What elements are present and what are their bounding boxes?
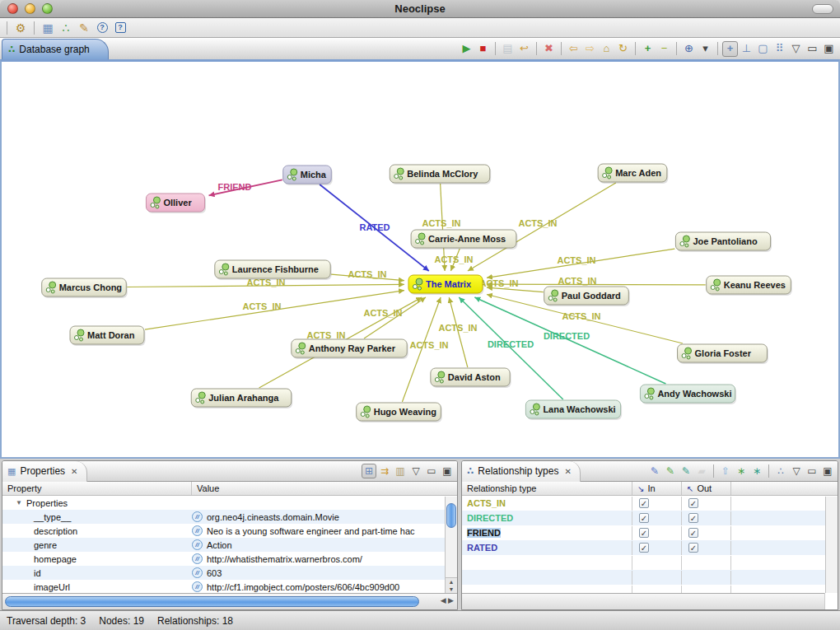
view-menu-icon[interactable]: ▽ [789, 464, 804, 478]
home-icon[interactable]: ⌂ [599, 41, 614, 57]
back-icon[interactable]: ⇦ [566, 41, 581, 57]
run-icon[interactable]: ▶ [459, 41, 474, 57]
column-header-value[interactable]: Value [192, 482, 457, 495]
stop-icon[interactable]: ■ [475, 41, 491, 57]
graph-node-marcus[interactable]: Marcus Chong [42, 278, 128, 298]
close-view-icon[interactable]: ✕ [71, 467, 77, 476]
graph-node-carrie[interactable]: Carrie-Anne Moss [411, 230, 517, 250]
graph-nodes-icon[interactable]: ∴ [58, 20, 74, 36]
zoom-dropdown-icon[interactable]: ▾ [698, 41, 713, 57]
tab-database-graph[interactable]: ∴ Database graph [2, 39, 109, 59]
minimize-view-icon[interactable]: ▭ [424, 464, 439, 478]
delete-icon[interactable]: ✖ [541, 41, 557, 57]
scrollbar-thumb[interactable] [5, 596, 419, 607]
property-category-row[interactable]: ▼Properties [2, 496, 457, 510]
graph-node-olliver[interactable]: Olliver [146, 194, 206, 213]
property-row-description[interactable]: description//Neo is a young software eng… [2, 524, 457, 538]
add-relationship-icon[interactable]: ⇧ [718, 464, 733, 478]
column-header-out[interactable]: ↖ Out [682, 482, 731, 495]
property-row-imageUrl[interactable]: imageUrl//http://cf1.imgobject.com/poste… [2, 580, 457, 594]
properties-vertical-scrollbar[interactable]: ▲▼ [445, 497, 457, 593]
disclosure-triangle-icon[interactable]: ▼ [16, 499, 22, 506]
properties-table-icon[interactable]: ▦ [40, 20, 56, 36]
minimize-view-icon[interactable]: ▭ [805, 464, 819, 478]
graph-node-andy[interactable]: Andy Wachowski [640, 385, 736, 404]
zoom-in-icon[interactable]: + [640, 41, 656, 57]
graph-node-marc[interactable]: Marc Aden [598, 164, 668, 184]
property-row-homepage[interactable]: homepage//http://whatisthematrix.warnerb… [2, 552, 457, 566]
minimize-view-icon[interactable]: ▭ [805, 41, 820, 57]
column-header-in[interactable]: ↘ In [632, 482, 682, 495]
toolbar-toggle-button[interactable] [812, 4, 833, 14]
forward-icon[interactable]: ⇨ [582, 41, 598, 57]
edge-anthony-matrix[interactable] [364, 297, 426, 338]
relationship-type-row-directed[interactable]: DIRECTED✓✓ [462, 511, 838, 525]
out-checkbox[interactable]: ✓ [688, 498, 698, 508]
preferences-gear-icon[interactable]: ⚙ [12, 20, 29, 36]
graph-node-belinda[interactable]: Belinda McClory [390, 165, 491, 184]
scrollbar-arrows[interactable]: ◀ ▶ [441, 596, 454, 604]
graph-node-david[interactable]: David Aston [431, 368, 511, 388]
out-checkbox[interactable]: ✓ [688, 528, 698, 538]
highlight-end-nodes-icon[interactable]: ✎ [679, 464, 693, 478]
grid-layout-icon[interactable]: ⠿ [772, 41, 787, 57]
graph-node-matt[interactable]: Matt Doran [70, 326, 146, 346]
property-row-id[interactable]: id//603 [2, 566, 457, 580]
graph-node-laurence[interactable]: Laurence Fishburne [215, 260, 332, 280]
add-outgoing-node-icon[interactable]: ∗ [734, 464, 749, 478]
highlighter-icon[interactable]: ✎ [76, 20, 92, 36]
relationship-type-row-friend[interactable]: FRIEND✓✓ [462, 525, 838, 540]
magnifier-icon[interactable]: ⊕ [681, 41, 697, 57]
scrollbar-arrows[interactable]: ▲▼ [446, 577, 457, 593]
graph-node-matrix[interactable]: The Matrix [408, 275, 484, 295]
properties-horizontal-scrollbar[interactable]: ◀ ▶ [2, 593, 457, 609]
properties-tab[interactable]: ▦ Properties ✕ [2, 461, 87, 482]
in-checkbox[interactable]: ✓ [639, 498, 649, 508]
maximize-view-icon[interactable]: ▣ [821, 41, 837, 57]
clear-highlight-icon[interactable]: ▰ [694, 464, 709, 478]
help-contents-icon[interactable]: ? [94, 20, 110, 36]
add-incoming-node-icon[interactable]: ∗ [749, 464, 764, 478]
graph-node-micha[interactable]: Micha [283, 166, 333, 185]
graph-canvas[interactable]: FRIENDRATEDACTS_INACTS_INACTS_INACTS_INA… [2, 62, 835, 455]
out-checkbox[interactable]: ✓ [688, 543, 698, 553]
property-row-type[interactable]: __type__//org.neo4j.cineasts.domain.Movi… [2, 510, 457, 524]
dynamic-help-icon[interactable]: ? [112, 20, 128, 36]
revert-icon[interactable]: ↩ [516, 41, 532, 57]
new-relationship-type-icon[interactable]: ∴ [773, 464, 788, 478]
zoom-out-icon[interactable]: − [656, 41, 672, 57]
relationship-type-row-acts_in[interactable]: ACTS_IN✓✓ [462, 496, 838, 511]
refresh-icon[interactable]: ↻ [615, 41, 631, 57]
highlight-start-nodes-icon[interactable]: ✎ [663, 464, 678, 478]
view-menu-icon[interactable]: ▽ [788, 41, 804, 57]
in-checkbox[interactable]: ✓ [639, 528, 649, 538]
pan-mode-icon[interactable]: + [722, 41, 738, 57]
relationship-types-tab[interactable]: ∴ Relationship types ✕ [462, 461, 581, 482]
save-icon[interactable]: ▤ [500, 41, 516, 57]
maximize-view-icon[interactable]: ▣ [820, 464, 835, 478]
tree-mode-icon[interactable]: ⊞ [362, 464, 376, 478]
close-view-icon[interactable]: ✕ [564, 467, 571, 476]
relationship-type-row-rated[interactable]: RATED✓✓ [462, 540, 838, 555]
column-header-property[interactable]: Property [2, 482, 192, 495]
graph-node-anthony[interactable]: Anthony Ray Parker [292, 339, 408, 359]
relationship-vertical-scrollbar[interactable] [825, 497, 838, 593]
marquee-select-icon[interactable]: ▢ [755, 41, 771, 57]
copy-table-icon[interactable]: ▥ [393, 464, 408, 478]
graph-node-hugo[interactable]: Hugo Weaving [357, 403, 442, 422]
maximize-view-icon[interactable]: ▣ [440, 464, 455, 478]
out-checkbox[interactable]: ✓ [688, 513, 698, 523]
relationship-horizontal-scrollbar[interactable] [462, 593, 838, 609]
highlight-relationship-icon[interactable]: ✎ [647, 464, 662, 478]
graph-node-joe[interactable]: Joe Pantoliano [675, 232, 772, 252]
view-menu-icon[interactable]: ▽ [408, 464, 423, 478]
graph-node-gloria[interactable]: Gloria Foster [678, 344, 768, 364]
graph-node-lana[interactable]: Lana Wachowski [525, 400, 622, 420]
graph-node-julian[interactable]: Julian Arahanga [191, 389, 292, 408]
graph-node-keanu[interactable]: Keanu Reeves [707, 276, 792, 296]
graph-node-paul[interactable]: Paul Goddard [544, 287, 630, 306]
scrollbar-thumb[interactable] [446, 503, 456, 528]
follow-selection-icon[interactable]: ⇉ [377, 464, 392, 478]
tree-layout-icon[interactable]: ⊥ [739, 41, 754, 57]
in-checkbox[interactable]: ✓ [639, 513, 649, 523]
